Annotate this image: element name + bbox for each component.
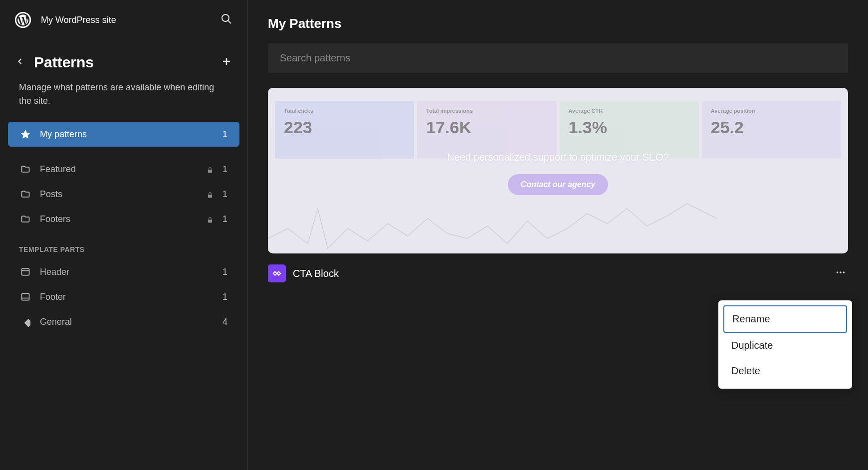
page-title: Patterns xyxy=(34,54,212,71)
folder-icon xyxy=(20,214,31,225)
sidebar-item-label: Featured xyxy=(40,164,196,175)
stat-value: 223 xyxy=(284,118,405,137)
footer-layout-icon xyxy=(20,291,31,302)
sidebar-item-featured[interactable]: Featured 1 xyxy=(8,157,239,182)
preview-question: Need personalized support to optimize yo… xyxy=(268,152,848,163)
sidebar-item-footer[interactable]: Footer 1 xyxy=(8,284,239,309)
site-name[interactable]: My WordPress site xyxy=(41,15,211,25)
folder-icon xyxy=(20,164,31,175)
nav-list: My patterns 1 xyxy=(0,122,247,147)
preview-cta-button: Contact our agency xyxy=(508,174,608,195)
svg-rect-8 xyxy=(22,268,29,275)
star-icon xyxy=(20,129,31,140)
svg-line-2 xyxy=(228,20,231,23)
svg-rect-6 xyxy=(208,195,212,198)
categories-list: Featured 1 Posts 1 Footers 1 xyxy=(0,157,247,232)
sidebar-item-count: 1 xyxy=(222,267,227,277)
main: My Patterns Total clicks 223 Total impre… xyxy=(248,0,868,470)
sidebar-item-count: 1 xyxy=(222,129,227,140)
sidebar-item-count: 1 xyxy=(222,189,227,200)
stat-label: Total clicks xyxy=(284,108,405,114)
sidebar: My WordPress site Patterns Manage what p… xyxy=(0,0,248,470)
sidebar-item-label: General xyxy=(40,317,214,327)
stat-label: Average CTR xyxy=(569,108,690,114)
svg-rect-5 xyxy=(208,170,212,173)
sidebar-item-footers[interactable]: Footers 1 xyxy=(8,207,239,232)
svg-rect-7 xyxy=(208,220,212,223)
stat-value: 25.2 xyxy=(711,118,832,137)
lock-icon xyxy=(207,166,214,173)
stat-label: Average position xyxy=(711,108,832,114)
sidebar-item-count: 4 xyxy=(222,317,227,327)
lock-icon xyxy=(207,216,214,223)
sidebar-item-header[interactable]: Header 1 xyxy=(8,259,239,284)
patterns-header: Patterns xyxy=(0,40,247,77)
back-icon[interactable] xyxy=(15,56,25,68)
sidebar-item-posts[interactable]: Posts 1 xyxy=(8,182,239,207)
preview-chart-icon xyxy=(268,194,717,253)
pattern-card[interactable]: Total clicks 223 Total impressions 17.6K… xyxy=(268,88,848,293)
sidebar-item-count: 1 xyxy=(222,164,227,175)
pattern-name: CTA Block xyxy=(293,268,826,279)
menu-item-rename[interactable]: Rename xyxy=(723,305,847,333)
stat-value: 17.6K xyxy=(426,118,547,137)
svg-point-1 xyxy=(222,14,229,21)
folder-icon xyxy=(20,189,31,200)
pattern-preview: Total clicks 223 Total impressions 17.6K… xyxy=(268,88,848,253)
preview-stats: Total clicks 223 Total impressions 17.6K… xyxy=(268,88,848,159)
context-menu: Rename Duplicate Delete xyxy=(718,300,852,389)
stat-value: 1.3% xyxy=(569,118,690,137)
svg-rect-12 xyxy=(24,319,30,327)
diamond-icon xyxy=(20,316,31,327)
template-parts-heading: TEMPLATE PARTS xyxy=(0,232,247,259)
menu-item-delete[interactable]: Delete xyxy=(723,358,847,384)
sidebar-item-count: 1 xyxy=(222,292,227,302)
menu-item-duplicate[interactable]: Duplicate xyxy=(723,333,847,358)
sidebar-item-general[interactable]: General 4 xyxy=(8,309,239,334)
stat-box: Average position 25.2 xyxy=(702,101,841,159)
sidebar-item-count: 1 xyxy=(222,214,227,225)
main-title: My Patterns xyxy=(268,16,848,31)
svg-rect-10 xyxy=(22,293,29,300)
header-layout-icon xyxy=(20,266,31,277)
sidebar-item-label: Footers xyxy=(40,214,196,225)
sidebar-item-label: Header xyxy=(40,267,214,277)
sidebar-header: My WordPress site xyxy=(0,0,247,40)
preview-overlay: Need personalized support to optimize yo… xyxy=(268,152,848,195)
add-pattern-icon[interactable] xyxy=(220,55,232,69)
template-parts-list: Header 1 Footer 1 General 4 xyxy=(0,259,247,334)
sidebar-item-label: Footer xyxy=(40,292,214,302)
patterns-description: Manage what patterns are available when … xyxy=(0,77,247,122)
wordpress-logo-icon[interactable] xyxy=(15,12,31,28)
sidebar-item-label: My patterns xyxy=(40,129,214,140)
stat-box: Total impressions 17.6K xyxy=(417,101,556,159)
svg-point-14 xyxy=(840,271,842,273)
pattern-badge-icon xyxy=(268,264,286,282)
sidebar-item-label: Posts xyxy=(40,189,196,200)
search-icon[interactable] xyxy=(220,13,232,27)
more-options-icon[interactable] xyxy=(833,265,848,282)
stat-label: Total impressions xyxy=(426,108,547,114)
stat-box: Average CTR 1.3% xyxy=(560,101,699,159)
sidebar-item-my-patterns[interactable]: My patterns 1 xyxy=(8,122,239,147)
svg-point-13 xyxy=(837,271,839,273)
stat-box: Total clicks 223 xyxy=(275,101,414,159)
svg-point-15 xyxy=(843,271,845,273)
pattern-footer: CTA Block xyxy=(268,253,848,293)
search-input[interactable] xyxy=(268,43,848,73)
lock-icon xyxy=(207,191,214,198)
